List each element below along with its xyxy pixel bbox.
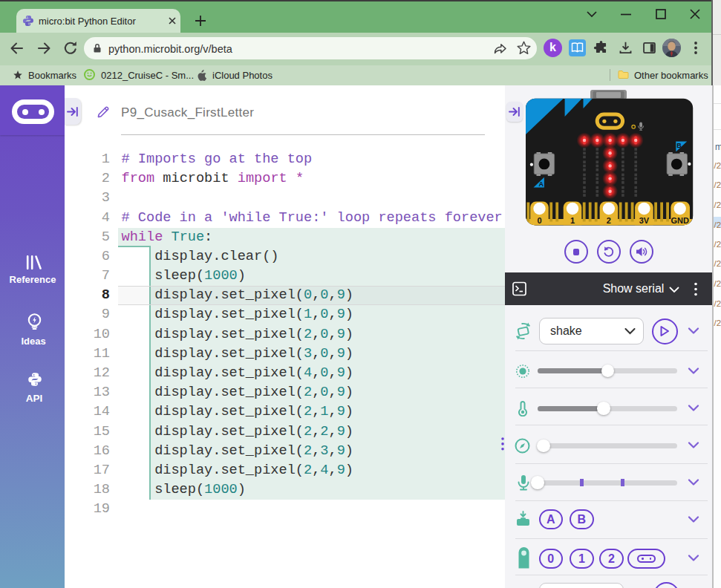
svg-text:0: 0 bbox=[537, 216, 541, 225]
svg-text:GND: GND bbox=[671, 216, 689, 225]
svg-text:1: 1 bbox=[570, 216, 575, 225]
svg-text:B: B bbox=[676, 142, 682, 149]
svg-text:2: 2 bbox=[607, 216, 611, 225]
svg-text:3V: 3V bbox=[639, 216, 650, 225]
svg-text:A: A bbox=[538, 180, 544, 188]
